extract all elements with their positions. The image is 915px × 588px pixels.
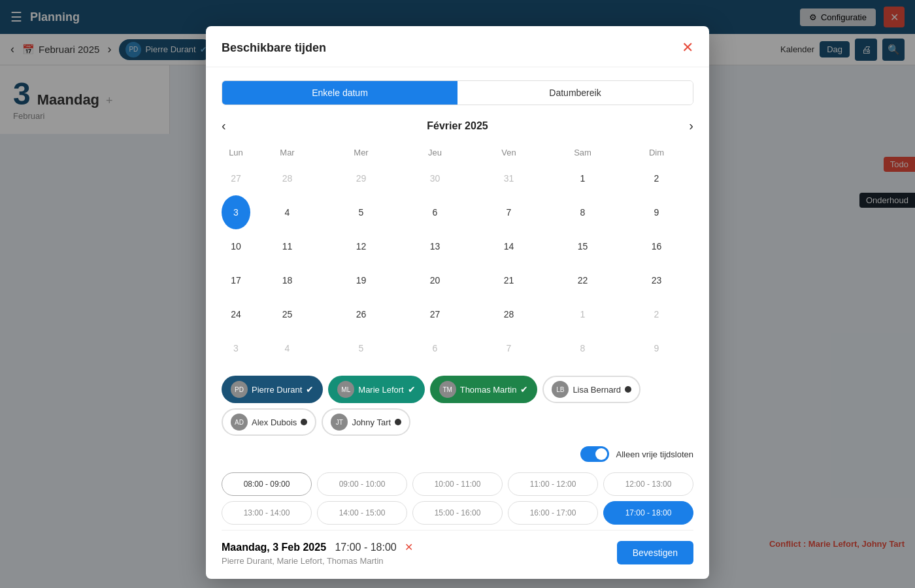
time-slots-row-2: 13:00 - 14:00 14:00 - 15:00 15:00 - 16:0… <box>222 501 693 525</box>
cal-day-1-1[interactable]: 4 <box>250 195 324 229</box>
avatar-chip-alex: AD <box>231 414 248 431</box>
cal-day-3-1[interactable]: 18 <box>250 263 324 297</box>
slot-0900[interactable]: 09:00 - 10:00 <box>317 472 407 496</box>
dot-johny <box>395 419 401 425</box>
cal-week-0: 272829303112 <box>222 161 693 195</box>
tab-datumbereik[interactable]: Datumbereik <box>458 81 693 105</box>
cal-day-4-1[interactable]: 25 <box>250 297 324 331</box>
cal-day-3-6[interactable]: 23 <box>620 263 693 297</box>
chip-marie-lefort[interactable]: ML Marie Lefort ✔ <box>328 376 424 403</box>
tab-row: Enkele datum Datumbereik <box>222 80 693 105</box>
cal-day-5-3[interactable]: 6 <box>398 331 472 365</box>
cal-day-2-2[interactable]: 12 <box>324 229 398 263</box>
avatar-chip-lisa: LB <box>552 381 569 398</box>
weekday-ven: Ven <box>472 144 546 161</box>
cal-week-4: 242526272812 <box>222 297 693 331</box>
modal-body: Enkele datum Datumbereik ‹ Février 2025 … <box>206 67 709 579</box>
cal-day-4-0[interactable]: 24 <box>222 297 250 331</box>
modal-close-button[interactable]: ✕ <box>682 39 693 56</box>
cal-day-3-3[interactable]: 20 <box>398 263 472 297</box>
cal-day-2-0[interactable]: 10 <box>222 229 250 263</box>
weekday-dim: Dim <box>620 144 693 161</box>
cal-day-3-5[interactable]: 22 <box>546 263 620 297</box>
summary-datetime: Maandag, 3 Feb 2025 17:00 - 18:00 ✕ <box>222 541 413 553</box>
cal-next-button[interactable]: › <box>689 118 693 133</box>
cal-day-4-5[interactable]: 1 <box>546 297 620 331</box>
summary-row: Maandag, 3 Feb 2025 17:00 - 18:00 ✕ Pier… <box>222 530 693 566</box>
cal-day-3-0[interactable]: 17 <box>222 263 250 297</box>
cal-day-0-2[interactable]: 29 <box>324 161 398 195</box>
cal-day-2-1[interactable]: 11 <box>250 229 324 263</box>
cal-prev-button[interactable]: ‹ <box>222 118 226 133</box>
cal-day-1-2[interactable]: 5 <box>324 195 398 229</box>
modal-title: Beschikbare tijden <box>222 41 326 55</box>
cal-day-0-0[interactable]: 27 <box>222 161 250 195</box>
cal-week-2: 10111213141516 <box>222 229 693 263</box>
cal-day-0-3[interactable]: 30 <box>398 161 472 195</box>
slot-1700[interactable]: 17:00 - 18:00 <box>603 501 693 525</box>
slot-0800[interactable]: 08:00 - 09:00 <box>222 472 312 496</box>
cal-day-3-2[interactable]: 19 <box>324 263 398 297</box>
toggle-row: Alleen vrije tijdsloten <box>222 446 693 462</box>
slot-1500[interactable]: 15:00 - 16:00 <box>412 501 503 525</box>
avatar-chip-marie: ML <box>337 381 354 398</box>
weekday-sam: Sam <box>546 144 620 161</box>
cal-day-4-4[interactable]: 28 <box>472 297 546 331</box>
cal-day-0-6[interactable]: 2 <box>620 161 693 195</box>
people-row: PD Pierre Durant ✔ ML Marie Lefort ✔ TM … <box>222 376 693 436</box>
dot-lisa <box>625 386 631 393</box>
cal-day-2-5[interactable]: 15 <box>546 229 620 263</box>
chip-thomas-martin[interactable]: TM Thomas Martin ✔ <box>430 376 538 403</box>
cal-day-5-1[interactable]: 4 <box>250 331 324 365</box>
tab-enkele-datum[interactable]: Enkele datum <box>222 81 458 105</box>
chip-alex-dubois[interactable]: AD Alex Dubois <box>222 408 316 436</box>
chip-johny-tart[interactable]: JT Johny Tart <box>322 408 410 436</box>
weekday-mar: Mar <box>250 144 324 161</box>
cal-day-0-4[interactable]: 31 <box>472 161 546 195</box>
cal-day-5-2[interactable]: 5 <box>324 331 398 365</box>
chip-pierre-durant[interactable]: PD Pierre Durant ✔ <box>222 376 323 403</box>
modal-beschikbare-tijden: Beschikbare tijden ✕ Enkele datum Datumb… <box>206 26 709 579</box>
slot-1400[interactable]: 14:00 - 15:00 <box>317 501 407 525</box>
cal-day-1-0[interactable]: 3 <box>222 195 250 229</box>
cal-day-2-4[interactable]: 14 <box>472 229 546 263</box>
cal-day-2-3[interactable]: 13 <box>398 229 472 263</box>
weekday-jeu: Jeu <box>398 144 472 161</box>
chip-label-marie: Marie Lefort <box>358 385 403 395</box>
cal-day-1-4[interactable]: 7 <box>472 195 546 229</box>
cal-week-1: 3456789 <box>222 195 693 229</box>
cal-day-5-4[interactable]: 7 <box>472 331 546 365</box>
check-pierre: ✔ <box>306 384 314 395</box>
avatar-chip-pierre: PD <box>231 381 248 398</box>
cal-day-5-6[interactable]: 9 <box>620 331 693 365</box>
check-marie: ✔ <box>408 384 416 395</box>
cal-day-3-4[interactable]: 21 <box>472 263 546 297</box>
cal-day-1-3[interactable]: 6 <box>398 195 472 229</box>
slot-1200[interactable]: 12:00 - 13:00 <box>603 472 693 496</box>
slot-1000[interactable]: 10:00 - 11:00 <box>412 472 503 496</box>
cal-day-4-6[interactable]: 2 <box>620 297 693 331</box>
chip-lisa-bernard[interactable]: LB Lisa Bernard <box>542 376 640 403</box>
slot-1100[interactable]: 11:00 - 12:00 <box>508 472 598 496</box>
confirm-button[interactable]: Bevestigen <box>617 541 693 564</box>
cal-day-5-0[interactable]: 3 <box>222 331 250 365</box>
cal-day-2-6[interactable]: 16 <box>620 229 693 263</box>
cal-day-0-1[interactable]: 28 <box>250 161 324 195</box>
chip-label-lisa: Lisa Bernard <box>573 385 621 395</box>
cal-day-1-5[interactable]: 8 <box>546 195 620 229</box>
summary-time: 17:00 - 18:00 <box>329 542 397 553</box>
weekday-lun: Lun <box>222 144 250 161</box>
check-thomas: ✔ <box>520 384 528 395</box>
cal-week-3: 17181920212223 <box>222 263 693 297</box>
calendar-nav: ‹ Février 2025 › <box>222 118 693 133</box>
cal-day-4-3[interactable]: 27 <box>398 297 472 331</box>
cal-day-4-2[interactable]: 26 <box>324 297 398 331</box>
free-slots-toggle[interactable] <box>580 446 609 462</box>
slot-1300[interactable]: 13:00 - 14:00 <box>222 501 312 525</box>
cal-day-5-5[interactable]: 8 <box>546 331 620 365</box>
cal-day-0-5[interactable]: 1 <box>546 161 620 195</box>
summary-clear-button[interactable]: ✕ <box>405 542 413 553</box>
slot-1600[interactable]: 16:00 - 17:00 <box>508 501 598 525</box>
avatar-chip-thomas: TM <box>439 381 456 398</box>
cal-day-1-6[interactable]: 9 <box>620 195 693 229</box>
